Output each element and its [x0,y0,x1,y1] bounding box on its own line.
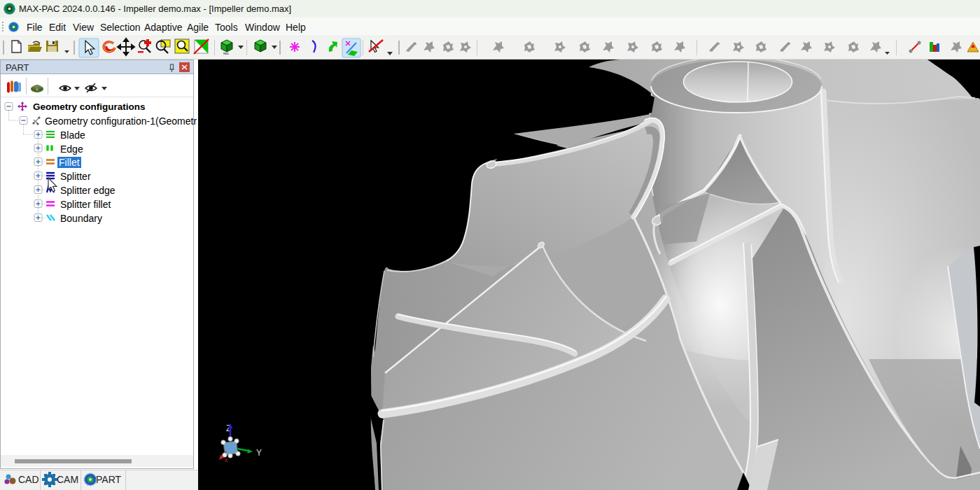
svg-text:Y: Y [256,448,262,458]
svg-text:iso: iso [223,51,229,55]
